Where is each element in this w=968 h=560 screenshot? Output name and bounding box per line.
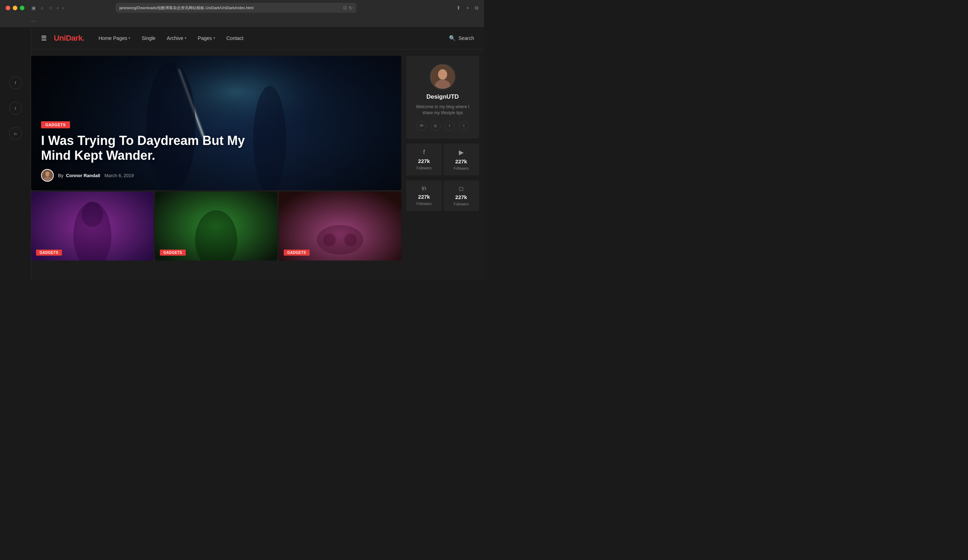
instagram-stat[interactable]: ◻ 227k Followers bbox=[443, 180, 479, 211]
hero-meta: By Connor Randall March 6, 2019 bbox=[41, 169, 391, 182]
author-facebook-button[interactable]: f bbox=[459, 121, 469, 131]
content-area: GADGETS I Was Trying To Daydream But My … bbox=[31, 50, 484, 280]
chevron-down-icon: ▾ bbox=[213, 36, 215, 40]
share-icon[interactable]: ⬆ bbox=[456, 5, 461, 11]
toolbar-right: ⬆ + ⧉ bbox=[456, 5, 478, 11]
nav-label: Pages bbox=[198, 35, 212, 41]
author-widget-name: DesignUTD bbox=[426, 93, 459, 101]
linkedin-social-button[interactable]: in bbox=[9, 127, 22, 140]
close-button[interactable] bbox=[6, 6, 10, 10]
facebook-social-button[interactable]: f bbox=[9, 76, 22, 89]
forward-button[interactable]: › bbox=[62, 5, 64, 11]
address-bar[interactable]: janewong/Downloads/炫酷博客杂志资讯网站模板-UniDark/… bbox=[116, 3, 356, 13]
twitter-icon: t bbox=[15, 106, 16, 111]
card-2-content: GADGETS bbox=[160, 249, 186, 256]
facebook-stat[interactable]: f 227k Followers bbox=[406, 144, 442, 175]
linkedin-followers-count: 227k bbox=[418, 194, 430, 200]
author-name[interactable]: Connor Randall bbox=[66, 173, 100, 178]
fullscreen-button[interactable] bbox=[20, 6, 25, 10]
author-widget-socials: ✉ ◎ t f bbox=[416, 121, 469, 131]
nav-label: Home Pages bbox=[99, 35, 128, 41]
linkedin-followers-label: Followers bbox=[416, 202, 432, 206]
card-2-badge: GADGETS bbox=[160, 249, 186, 256]
author-by-prefix: By bbox=[58, 173, 63, 178]
logo-accent: Uni bbox=[54, 34, 66, 43]
left-social-sidebar: f t in bbox=[0, 27, 31, 280]
sidebar-toggle-icon[interactable]: ▣ bbox=[31, 5, 36, 11]
facebook-followers-count: 227k bbox=[418, 158, 430, 164]
nav-label: Archive bbox=[167, 35, 183, 41]
card-1-badge: GADGETS bbox=[36, 249, 62, 256]
author-email-button[interactable]: ✉ bbox=[416, 121, 426, 131]
svg-point-24 bbox=[440, 73, 442, 74]
cards-row: GADGETS bbox=[31, 190, 401, 280]
hero-author-byline: By Connor Randall bbox=[58, 173, 100, 178]
search-area[interactable]: 🔍 Search bbox=[449, 35, 474, 41]
linkedin-stat[interactable]: in 227k Followers bbox=[406, 180, 442, 211]
author-website-button[interactable]: ◎ bbox=[431, 121, 441, 131]
author-widget: DesignUTD Welcome to my blog where I sha… bbox=[406, 56, 479, 139]
tab-bar: ⋯ bbox=[0, 16, 484, 27]
site-logo[interactable]: UniDark. bbox=[54, 34, 85, 43]
author-twitter-button[interactable]: t bbox=[445, 121, 455, 131]
minimize-button[interactable] bbox=[13, 6, 17, 10]
nav-label: Contact bbox=[226, 35, 244, 41]
main-content: ☰ UniDark. Home Pages ▾ Single Archive ▾… bbox=[31, 27, 484, 280]
right-sidebar: DesignUTD Welcome to my blog where I sha… bbox=[401, 50, 484, 280]
facebook-followers-label: Followers bbox=[416, 166, 432, 170]
site-header: ☰ UniDark. Home Pages ▾ Single Archive ▾… bbox=[31, 27, 484, 50]
instagram-followers-count: 227k bbox=[455, 194, 467, 200]
nav-contact[interactable]: Contact bbox=[226, 35, 244, 41]
chevron-down-icon: ▾ bbox=[128, 36, 130, 40]
nav-arrows: ‹ › bbox=[57, 5, 64, 11]
hero-author-avatar bbox=[41, 169, 54, 182]
hero-category-badge[interactable]: GADGETS bbox=[41, 121, 70, 128]
nav-pages[interactable]: Pages ▾ bbox=[198, 35, 215, 41]
tab-overview-icon[interactable]: ⧉ bbox=[475, 5, 478, 11]
page-wrapper: f t in ☰ UniDark. Home Pages ▾ Single bbox=[0, 27, 484, 280]
hero-title: I Was Trying To Daydream But My Mind Kep… bbox=[41, 133, 246, 163]
search-icon: 🔍 bbox=[449, 35, 456, 41]
card-1[interactable]: GADGETS bbox=[31, 192, 154, 261]
author-avatar-image bbox=[431, 64, 455, 90]
bookmark-icon[interactable]: ☆ bbox=[48, 5, 53, 11]
youtube-followers-count: 227k bbox=[455, 159, 467, 164]
extension-icon: ⊡ bbox=[343, 5, 347, 10]
youtube-stat[interactable]: ▶ 227k Followers bbox=[443, 144, 479, 175]
article-area: GADGETS I Was Trying To Daydream But My … bbox=[31, 50, 401, 280]
card-3[interactable]: GADGETS bbox=[279, 192, 401, 261]
home-icon[interactable]: ⌂ bbox=[41, 5, 43, 11]
linkedin-icon: in bbox=[14, 132, 17, 136]
traffic-lights bbox=[6, 6, 25, 10]
nav-label: Single bbox=[141, 35, 155, 41]
svg-point-25 bbox=[443, 73, 446, 74]
svg-point-8 bbox=[45, 172, 50, 177]
youtube-stat-icon: ▶ bbox=[459, 149, 464, 156]
card-3-content: GADGETS bbox=[284, 249, 310, 256]
nav-archive[interactable]: Archive ▾ bbox=[167, 35, 186, 41]
chevron-down-icon: ▾ bbox=[185, 36, 186, 40]
author-widget-avatar bbox=[429, 64, 456, 90]
hamburger-menu-icon[interactable]: ☰ bbox=[41, 34, 47, 42]
mac-titlebar: ▣ ⌂ ☆ ‹ › janewong/Downloads/炫酷博客杂志资讯网站模… bbox=[0, 0, 484, 16]
facebook-icon: f bbox=[15, 80, 16, 86]
card-2[interactable]: GADGETS bbox=[155, 192, 277, 261]
nav-single[interactable]: Single bbox=[141, 35, 155, 41]
site-nav: Home Pages ▾ Single Archive ▾ Pages ▾ Co… bbox=[99, 35, 449, 41]
hero-content: GADGETS I Was Trying To Daydream But My … bbox=[31, 113, 401, 190]
facebook-stat-icon: f bbox=[423, 149, 425, 156]
hero-article[interactable]: GADGETS I Was Trying To Daydream But My … bbox=[31, 56, 401, 190]
avatar-image bbox=[42, 169, 53, 182]
search-label: Search bbox=[459, 35, 474, 41]
instagram-followers-label: Followers bbox=[454, 202, 469, 206]
reload-button[interactable]: ↻ bbox=[349, 5, 353, 11]
new-tab-icon[interactable]: + bbox=[466, 5, 469, 11]
youtube-followers-label: Followers bbox=[454, 167, 469, 170]
back-button[interactable]: ‹ bbox=[57, 5, 59, 11]
twitter-social-button[interactable]: t bbox=[9, 102, 22, 114]
hero-date: March 6, 2019 bbox=[104, 173, 134, 178]
author-widget-description: Welcome to my blog where I share my life… bbox=[412, 104, 473, 116]
logo-text: Dark. bbox=[66, 34, 85, 43]
nav-home-pages[interactable]: Home Pages ▾ bbox=[99, 35, 131, 41]
social-stats-row-2: in 227k Followers ◻ 227k Followers bbox=[406, 180, 479, 211]
